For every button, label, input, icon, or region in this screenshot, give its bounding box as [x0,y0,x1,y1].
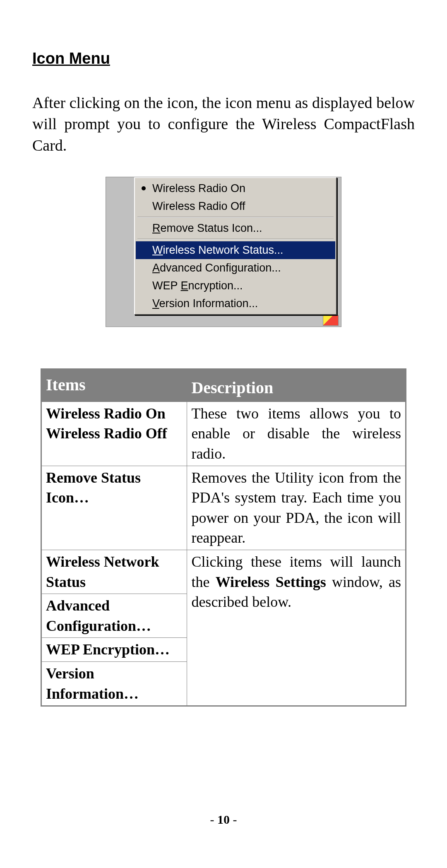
menu-separator [137,239,334,240]
menu-item[interactable]: Remove Status Icon... [136,219,335,237]
table-header-description: Description [187,369,406,402]
table-item: Wireless Network Status [41,550,187,594]
page-number-value: 10 [217,813,230,826]
context-menu: Wireless Radio OnWireless Radio OffRemov… [134,177,337,315]
menu-item[interactable]: Wireless Radio Off [136,197,335,215]
table-item: Advanced Configuration… [41,594,187,638]
menu-item[interactable]: Wireless Radio On [136,180,335,197]
table-item: WEP Encryption… [41,638,187,662]
table-item: Remove Status Icon… [41,466,187,550]
table-desc: Clicking these items will launch the Wir… [187,550,406,706]
menu-item[interactable]: Wireless Network Status... [136,241,335,259]
menu-item[interactable]: Version Information... [136,295,335,313]
menu-item[interactable]: Advanced Configuration... [136,259,335,277]
tray-icon [323,315,339,326]
table-desc: These two items allows you to enable or … [187,402,406,466]
menu-screenshot-footer [106,315,341,327]
page-number: - 10 - [0,813,447,827]
table-item: Version Information… [41,662,187,706]
section-heading: Icon Menu [32,50,415,67]
menu-item[interactable]: WEP Encryption... [136,277,335,295]
description-table: Items Description Wireless Radio OnWirel… [41,368,406,707]
table-item: Wireless Radio OnWireless Radio Off [41,402,187,466]
context-menu-screenshot: Wireless Radio OnWireless Radio OffRemov… [106,177,341,327]
table-header-items: Items [41,369,187,402]
bullet-icon [142,186,146,190]
table-desc: Removes the Utility icon from the PDA's … [187,466,406,550]
menu-separator [137,217,334,218]
intro-paragraph: After clicking on the icon, the icon men… [32,92,415,156]
